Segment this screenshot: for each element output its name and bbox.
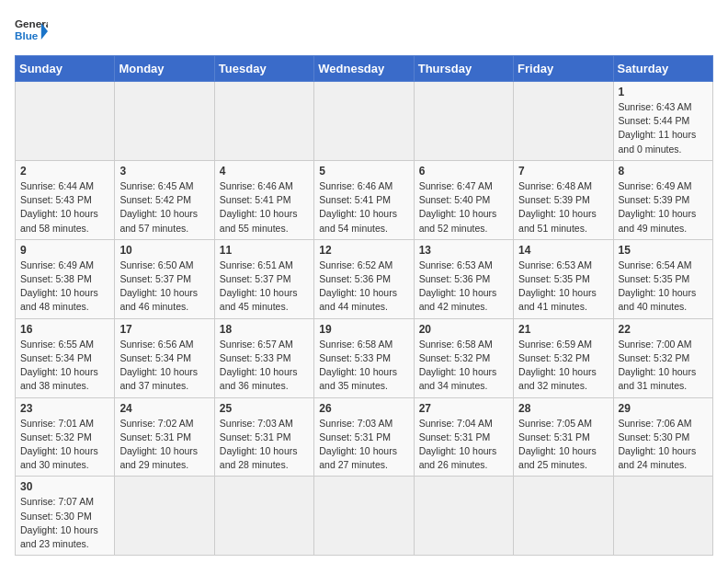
calendar-cell: 20Sunrise: 6:58 AM Sunset: 5:32 PM Dayli… bbox=[414, 318, 513, 397]
calendar-cell: 17Sunrise: 6:56 AM Sunset: 5:34 PM Dayli… bbox=[115, 318, 214, 397]
calendar-week-row: 1Sunrise: 6:43 AM Sunset: 5:44 PM Daylig… bbox=[16, 82, 713, 161]
calendar-cell: 24Sunrise: 7:02 AM Sunset: 5:31 PM Dayli… bbox=[115, 397, 214, 477]
calendar-cell: 15Sunrise: 6:54 AM Sunset: 5:35 PM Dayli… bbox=[613, 239, 712, 318]
day-number: 29 bbox=[619, 402, 708, 415]
day-number: 8 bbox=[619, 165, 708, 178]
day-number: 5 bbox=[319, 165, 408, 178]
calendar-cell: 25Sunrise: 7:03 AM Sunset: 5:31 PM Dayli… bbox=[214, 397, 313, 477]
calendar-cell: 12Sunrise: 6:52 AM Sunset: 5:36 PM Dayli… bbox=[314, 239, 414, 318]
day-number: 26 bbox=[319, 402, 408, 415]
page-header: General Blue bbox=[15, 15, 713, 48]
calendar-week-row: 16Sunrise: 6:55 AM Sunset: 5:34 PM Dayli… bbox=[16, 318, 713, 397]
day-number: 16 bbox=[20, 323, 109, 336]
calendar-table: SundayMondayTuesdayWednesdayThursdayFrid… bbox=[15, 55, 713, 556]
day-info: Sunrise: 6:49 AM Sunset: 5:39 PM Dayligh… bbox=[619, 179, 708, 236]
calendar-cell bbox=[414, 477, 513, 556]
calendar-cell: 7Sunrise: 6:48 AM Sunset: 5:39 PM Daylig… bbox=[514, 160, 613, 239]
day-info: Sunrise: 6:50 AM Sunset: 5:37 PM Dayligh… bbox=[119, 259, 209, 315]
day-info: Sunrise: 6:43 AM Sunset: 5:44 PM Dayligh… bbox=[619, 100, 708, 156]
calendar-cell: 26Sunrise: 7:03 AM Sunset: 5:31 PM Dayli… bbox=[314, 397, 414, 477]
calendar-cell: 14Sunrise: 6:53 AM Sunset: 5:35 PM Dayli… bbox=[514, 239, 613, 318]
calendar-cell: 27Sunrise: 7:04 AM Sunset: 5:31 PM Dayli… bbox=[414, 397, 513, 477]
calendar-cell: 23Sunrise: 7:01 AM Sunset: 5:32 PM Dayli… bbox=[16, 397, 115, 477]
calendar-cell bbox=[414, 82, 513, 161]
day-number: 24 bbox=[119, 402, 209, 415]
calendar-cell bbox=[613, 477, 712, 556]
day-info: Sunrise: 7:07 AM Sunset: 5:30 PM Dayligh… bbox=[20, 495, 109, 551]
logo: General Blue bbox=[15, 15, 48, 48]
day-number: 1 bbox=[619, 86, 708, 98]
calendar-cell: 9Sunrise: 6:49 AM Sunset: 5:38 PM Daylig… bbox=[16, 239, 115, 318]
calendar-cell: 4Sunrise: 6:46 AM Sunset: 5:41 PM Daylig… bbox=[214, 160, 313, 239]
day-info: Sunrise: 7:01 AM Sunset: 5:32 PM Dayligh… bbox=[20, 417, 109, 473]
day-number: 6 bbox=[419, 165, 508, 178]
calendar-cell: 19Sunrise: 6:58 AM Sunset: 5:33 PM Dayli… bbox=[314, 318, 414, 397]
day-number: 21 bbox=[518, 323, 608, 336]
day-number: 20 bbox=[419, 323, 508, 336]
day-info: Sunrise: 6:49 AM Sunset: 5:38 PM Dayligh… bbox=[20, 259, 109, 315]
calendar-cell: 5Sunrise: 6:46 AM Sunset: 5:41 PM Daylig… bbox=[314, 160, 414, 239]
calendar-cell bbox=[115, 82, 214, 161]
calendar-cell: 11Sunrise: 6:51 AM Sunset: 5:37 PM Dayli… bbox=[214, 239, 313, 318]
day-info: Sunrise: 7:04 AM Sunset: 5:31 PM Dayligh… bbox=[419, 417, 508, 473]
day-number: 18 bbox=[220, 323, 309, 336]
day-info: Sunrise: 6:58 AM Sunset: 5:32 PM Dayligh… bbox=[419, 338, 508, 394]
day-info: Sunrise: 6:51 AM Sunset: 5:37 PM Dayligh… bbox=[220, 259, 309, 315]
calendar-week-row: 9Sunrise: 6:49 AM Sunset: 5:38 PM Daylig… bbox=[16, 239, 713, 318]
calendar-cell: 10Sunrise: 6:50 AM Sunset: 5:37 PM Dayli… bbox=[115, 239, 214, 318]
calendar-cell bbox=[514, 477, 613, 556]
day-number: 3 bbox=[119, 165, 209, 178]
day-info: Sunrise: 6:53 AM Sunset: 5:35 PM Dayligh… bbox=[518, 259, 608, 315]
day-info: Sunrise: 6:56 AM Sunset: 5:34 PM Dayligh… bbox=[119, 338, 209, 394]
day-number: 22 bbox=[619, 323, 708, 336]
day-number: 23 bbox=[20, 402, 109, 415]
calendar-week-row: 2Sunrise: 6:44 AM Sunset: 5:43 PM Daylig… bbox=[16, 160, 713, 239]
day-info: Sunrise: 6:44 AM Sunset: 5:43 PM Dayligh… bbox=[20, 179, 109, 236]
day-info: Sunrise: 6:57 AM Sunset: 5:33 PM Dayligh… bbox=[220, 338, 309, 394]
weekday-header-sunday: Sunday bbox=[16, 56, 115, 82]
day-info: Sunrise: 7:03 AM Sunset: 5:31 PM Dayligh… bbox=[319, 417, 408, 473]
svg-text:Blue: Blue bbox=[15, 29, 39, 41]
day-info: Sunrise: 6:59 AM Sunset: 5:32 PM Dayligh… bbox=[518, 338, 608, 394]
calendar-week-row: 23Sunrise: 7:01 AM Sunset: 5:32 PM Dayli… bbox=[16, 397, 713, 477]
calendar-cell bbox=[214, 477, 313, 556]
day-number: 2 bbox=[20, 165, 109, 178]
calendar-cell: 6Sunrise: 6:47 AM Sunset: 5:40 PM Daylig… bbox=[414, 160, 513, 239]
day-info: Sunrise: 7:03 AM Sunset: 5:31 PM Dayligh… bbox=[220, 417, 309, 473]
day-info: Sunrise: 6:58 AM Sunset: 5:33 PM Dayligh… bbox=[319, 338, 408, 394]
day-number: 19 bbox=[319, 323, 408, 336]
calendar-cell: 3Sunrise: 6:45 AM Sunset: 5:42 PM Daylig… bbox=[115, 160, 214, 239]
day-info: Sunrise: 6:45 AM Sunset: 5:42 PM Dayligh… bbox=[119, 179, 209, 236]
calendar-cell: 18Sunrise: 6:57 AM Sunset: 5:33 PM Dayli… bbox=[214, 318, 313, 397]
day-number: 11 bbox=[220, 244, 309, 257]
calendar-week-row: 30Sunrise: 7:07 AM Sunset: 5:30 PM Dayli… bbox=[16, 477, 713, 556]
calendar-cell bbox=[115, 477, 214, 556]
day-number: 4 bbox=[220, 165, 309, 178]
calendar-cell: 16Sunrise: 6:55 AM Sunset: 5:34 PM Dayli… bbox=[16, 318, 115, 397]
day-number: 13 bbox=[419, 244, 508, 257]
calendar-cell bbox=[314, 477, 414, 556]
weekday-header-monday: Monday bbox=[115, 56, 214, 82]
calendar-cell: 22Sunrise: 7:00 AM Sunset: 5:32 PM Dayli… bbox=[613, 318, 712, 397]
day-number: 10 bbox=[119, 244, 209, 257]
day-number: 30 bbox=[20, 480, 109, 493]
day-info: Sunrise: 6:48 AM Sunset: 5:39 PM Dayligh… bbox=[518, 179, 608, 236]
calendar-cell bbox=[514, 82, 613, 161]
weekday-header-row: SundayMondayTuesdayWednesdayThursdayFrid… bbox=[16, 56, 713, 82]
day-info: Sunrise: 7:06 AM Sunset: 5:30 PM Dayligh… bbox=[619, 417, 708, 473]
calendar-cell: 30Sunrise: 7:07 AM Sunset: 5:30 PM Dayli… bbox=[16, 477, 115, 556]
calendar-cell: 2Sunrise: 6:44 AM Sunset: 5:43 PM Daylig… bbox=[16, 160, 115, 239]
day-number: 15 bbox=[619, 244, 708, 257]
day-info: Sunrise: 7:00 AM Sunset: 5:32 PM Dayligh… bbox=[619, 338, 708, 394]
day-number: 7 bbox=[518, 165, 608, 178]
calendar-cell: 29Sunrise: 7:06 AM Sunset: 5:30 PM Dayli… bbox=[613, 397, 712, 477]
day-info: Sunrise: 7:02 AM Sunset: 5:31 PM Dayligh… bbox=[119, 417, 209, 473]
day-info: Sunrise: 6:52 AM Sunset: 5:36 PM Dayligh… bbox=[319, 259, 408, 315]
day-info: Sunrise: 7:05 AM Sunset: 5:31 PM Dayligh… bbox=[518, 417, 608, 473]
calendar-cell: 8Sunrise: 6:49 AM Sunset: 5:39 PM Daylig… bbox=[613, 160, 712, 239]
calendar-cell: 1Sunrise: 6:43 AM Sunset: 5:44 PM Daylig… bbox=[613, 82, 712, 161]
calendar-cell bbox=[214, 82, 313, 161]
day-number: 17 bbox=[119, 323, 209, 336]
logo-icon: General Blue bbox=[15, 15, 48, 48]
calendar-cell: 21Sunrise: 6:59 AM Sunset: 5:32 PM Dayli… bbox=[514, 318, 613, 397]
